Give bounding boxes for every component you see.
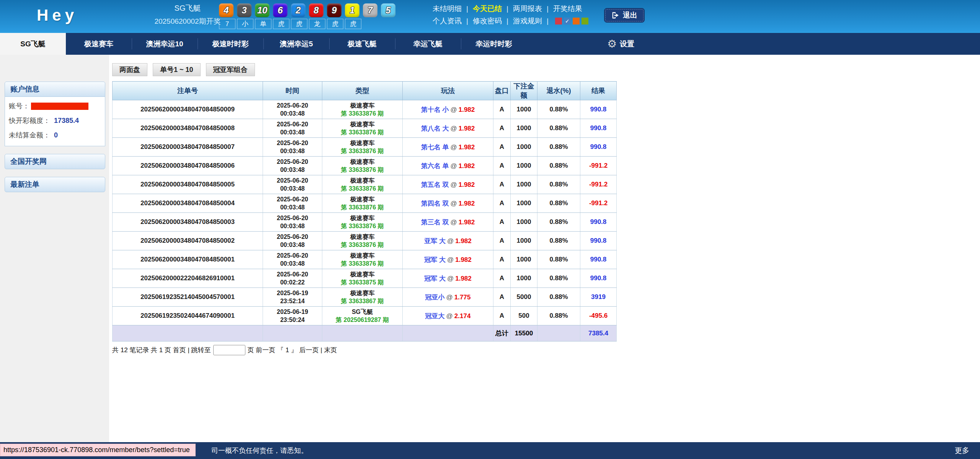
legend-square[interactable]	[555, 18, 562, 25]
result-cell: -991.2	[580, 175, 617, 194]
top-header: Hey SG飞艇 20250620002期开奖 43106289175 7小单虎…	[0, 0, 980, 33]
type-cell: SG飞艇第 20250619287 期	[322, 307, 403, 325]
header-link[interactable]: 今天已结	[473, 4, 502, 14]
bet-time: 23:50:24	[263, 316, 322, 324]
amount-cell: 500	[511, 307, 537, 325]
time-cell: 2025-06-2000:03:48	[263, 138, 322, 157]
play-name[interactable]: 冠军 大	[424, 256, 446, 263]
game-name: 极速赛车	[322, 195, 402, 203]
play-name[interactable]: 第八名 大	[421, 125, 449, 132]
legend-square[interactable]	[581, 18, 588, 25]
latest-bets-panel[interactable]: 最新注单	[5, 177, 105, 192]
nav-tabs: SG飞艇极速赛车澳洲幸运10极速时时彩澳洲幸运5极速飞艇幸运飞艇幸运时时彩	[0, 33, 527, 55]
table-row: 202506200003480470848500092025-06-2000:0…	[113, 100, 617, 119]
period-number: 第 33633876 期	[322, 166, 402, 174]
game-name: 极速赛车	[322, 270, 402, 278]
amount-cell: 1000	[511, 100, 537, 119]
legend-square[interactable]	[573, 18, 580, 25]
play-name[interactable]: 冠亚小	[425, 294, 445, 301]
play-name[interactable]: 第十名 小	[421, 106, 449, 113]
play-cell: 第六名 单@1.982	[403, 157, 493, 175]
nav-tab[interactable]: 幸运时时彩	[461, 33, 527, 55]
play-name[interactable]: 冠军 大	[424, 275, 446, 282]
header-link[interactable]: 修改密码	[473, 16, 502, 26]
rebate-cell: 0.88%	[537, 138, 580, 157]
footer-disclaimer: 司一概不负任何责任，请悉知。	[211, 446, 308, 455]
filter-button[interactable]: 单号1 ~ 10	[153, 63, 201, 76]
at-symbol: @	[446, 312, 453, 320]
market-cell: A	[493, 100, 511, 119]
bet-time: 23:52:14	[263, 297, 322, 305]
filter-button[interactable]: 两面盘	[112, 63, 147, 76]
result-cell: -991.2	[580, 194, 617, 213]
nav-tab[interactable]: SG飞艇	[0, 33, 66, 55]
settings-button[interactable]: ⚙ 设置	[607, 33, 634, 55]
play-cell: 第三名 双@1.982	[403, 213, 493, 232]
site-logo: Hey	[37, 6, 78, 25]
nav-tab[interactable]: 幸运飞艇	[395, 33, 461, 55]
header-link[interactable]: 两周报表	[513, 4, 542, 14]
header-links: 未结明细|今天已结|两周报表|开奖结果 个人资讯|修改密码|游戏规则|✓	[433, 4, 601, 28]
play-name[interactable]: 第五名 双	[421, 181, 449, 188]
nav-tab[interactable]: 极速时时彩	[198, 33, 263, 55]
status-url-tooltip: https://187536901-ck.770898.com/member/b…	[0, 444, 196, 456]
play-name[interactable]: 第七名 单	[421, 144, 449, 151]
result-cell: 990.8	[580, 213, 617, 232]
unsettled-value: 0	[54, 131, 58, 139]
play-cell: 亚军 大@1.982	[403, 232, 493, 250]
at-symbol: @	[450, 181, 457, 188]
time-cell: 2025-06-2000:03:48	[263, 250, 322, 269]
header-link[interactable]: 未结明细	[433, 4, 462, 14]
header-link[interactable]: 个人资讯	[433, 16, 462, 26]
play-name[interactable]: 第四名 双	[421, 200, 449, 207]
header-link[interactable]: 开奖结果	[553, 4, 582, 14]
bet-date: 2025-06-20	[263, 233, 322, 241]
rebate-cell: 0.88%	[537, 250, 580, 269]
total-result: 7385.4	[580, 325, 617, 341]
game-nav: SG飞艇极速赛车澳洲幸运10极速时时彩澳洲幸运5极速飞艇幸运飞艇幸运时时彩 ⚙ …	[0, 33, 980, 55]
nav-tab[interactable]: 极速赛车	[66, 33, 132, 55]
market-cell: A	[493, 250, 511, 269]
nav-tab[interactable]: 澳洲幸运10	[132, 33, 198, 55]
at-symbol: @	[450, 219, 457, 226]
at-symbol: @	[450, 106, 457, 113]
logout-button[interactable]: 退出	[604, 8, 645, 23]
unsettled-label: 未结算金额：	[9, 131, 50, 140]
period-number: 第 33633876 期	[322, 147, 402, 155]
bet-id-cell: 20250620000348047084850003	[113, 213, 263, 232]
header-link[interactable]: 游戏规则	[513, 16, 542, 26]
pagination-text-after: 页 前一页 『 1 』 后一页 | 末页	[248, 346, 337, 354]
page-jump-input[interactable]	[213, 345, 245, 355]
play-name[interactable]: 冠亚大	[425, 312, 445, 320]
odds-value: 1.982	[459, 162, 475, 170]
total-label: 总计	[493, 325, 511, 341]
play-name[interactable]: 第六名 单	[421, 162, 449, 170]
play-cell: 第十名 小@1.982	[403, 100, 493, 119]
national-results-panel[interactable]: 全国开奖网	[5, 154, 105, 169]
amount-cell: 1000	[511, 157, 537, 175]
nav-tab[interactable]: 澳洲幸运5	[263, 33, 329, 55]
bet-id-cell: 20250619235024044674090001	[113, 307, 263, 325]
time-cell: 2025-06-2000:03:48	[263, 232, 322, 250]
result-cell: -495.6	[580, 307, 617, 325]
total-amount: 15500	[511, 325, 537, 341]
table-row: 202506200003480470848500012025-06-2000:0…	[113, 250, 617, 269]
game-name: 极速赛车	[322, 176, 402, 185]
amount-cell: 1000	[511, 138, 537, 157]
play-name[interactable]: 第三名 双	[421, 219, 449, 226]
rebate-cell: 0.88%	[537, 232, 580, 250]
account-label: 账号：	[9, 101, 29, 111]
period-number: 第 33633876 期	[322, 109, 402, 118]
period-number: 第 20250619287 期	[322, 316, 402, 324]
footer-more-link[interactable]: 更多	[955, 446, 969, 456]
filter-button[interactable]: 冠亚军组合	[206, 63, 255, 76]
bet-date: 2025-06-20	[263, 139, 322, 147]
odds-value: 1.982	[459, 219, 475, 226]
quota-value: 17385.4	[54, 117, 79, 125]
play-name[interactable]: 亚军 大	[424, 237, 446, 245]
page: Hey SG飞艇 20250620002期开奖 43106289175 7小单虎…	[0, 0, 980, 459]
table-header-row: 注单号时间类型玩法盘口下注金额退水(%)结果	[113, 82, 617, 100]
odds-value: 1.982	[455, 256, 472, 263]
legend-square[interactable]: ✓	[564, 18, 571, 25]
nav-tab[interactable]: 极速飞艇	[329, 33, 395, 55]
